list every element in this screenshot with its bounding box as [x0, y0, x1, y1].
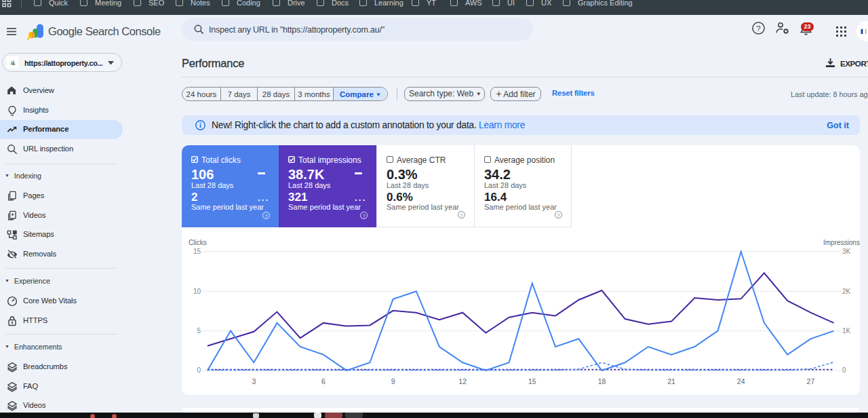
svg-text:3: 3 [252, 377, 256, 385]
svg-text:9: 9 [391, 377, 395, 385]
svg-text:18: 18 [598, 377, 606, 385]
svg-text:27: 27 [807, 377, 815, 385]
svg-text:24: 24 [737, 377, 745, 385]
svg-text:0: 0 [197, 366, 201, 374]
svg-text:12: 12 [458, 377, 467, 385]
svg-text:5: 5 [197, 327, 201, 335]
svg-text:6: 6 [321, 377, 326, 385]
svg-text:10: 10 [193, 288, 201, 295]
svg-text:Clicks: Clicks [189, 239, 207, 246]
svg-text:Impressions: Impressions [823, 239, 860, 246]
svg-text:?: ? [756, 24, 760, 33]
svg-text:15: 15 [528, 377, 536, 385]
svg-text:15: 15 [193, 248, 201, 255]
svg-text:1K: 1K [842, 327, 851, 335]
svg-text:2K: 2K [842, 288, 851, 295]
svg-text:21: 21 [667, 377, 675, 385]
svg-text:3K: 3K [842, 248, 851, 255]
svg-text:0: 0 [842, 366, 846, 374]
